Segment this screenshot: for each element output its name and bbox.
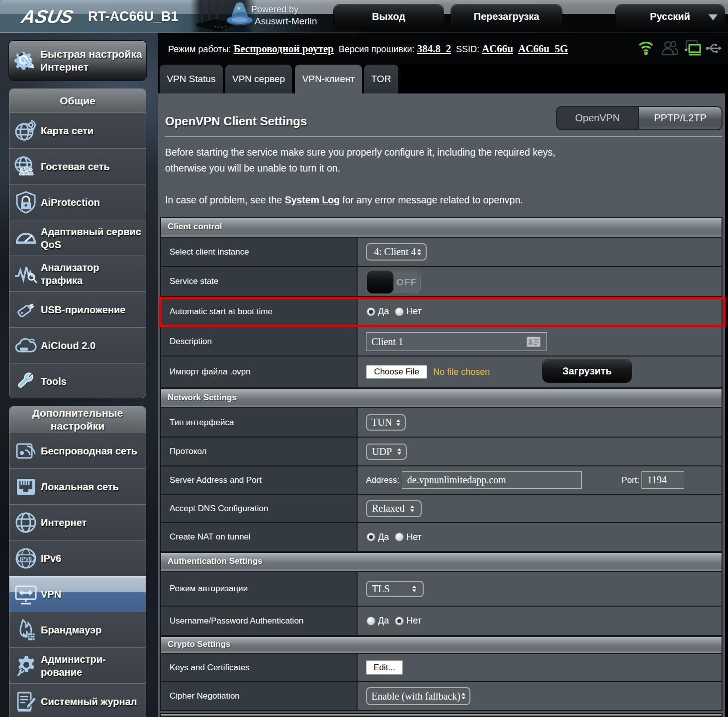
svg-text:IPV6: IPV6 <box>20 555 32 561</box>
